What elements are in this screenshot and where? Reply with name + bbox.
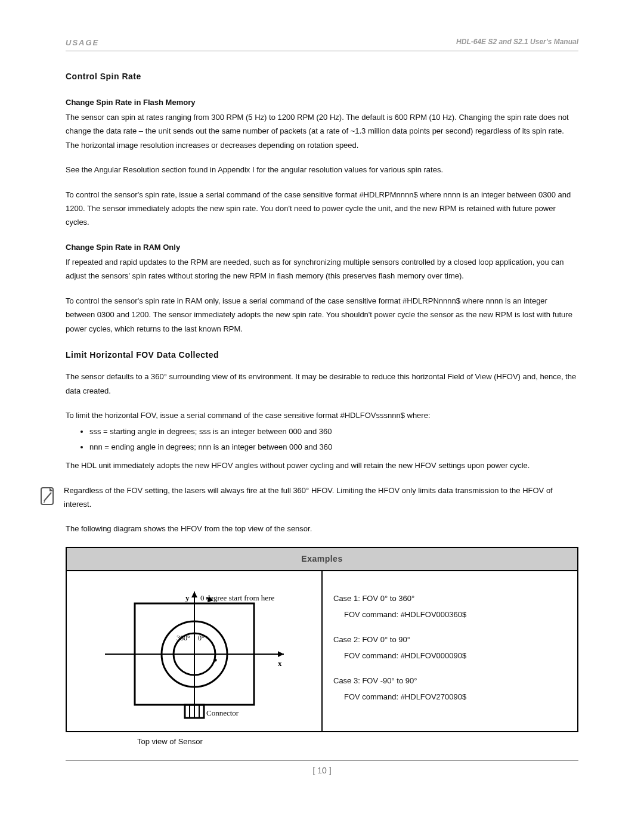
examples-table: Examples: [66, 547, 578, 732]
list-item: sss = starting angle in degrees; sss is …: [89, 425, 578, 438]
bullet-list: sss = starting angle in degrees; sss is …: [89, 425, 578, 454]
body-text: The HDL unit immediately adopts the new …: [66, 459, 578, 472]
diagram-x-label: x: [278, 659, 282, 668]
case-line: FOV command: #HDLFOV270090$: [344, 690, 566, 704]
body-text: The sensor defaults to a 360° surroundin…: [66, 370, 578, 398]
header-section-label: USAGE: [66, 36, 99, 49]
body-text: See the Angular Resolution section found…: [66, 163, 578, 176]
case-line: FOV command: #HDLFOV000090$: [344, 649, 566, 662]
diagram-start-label: 0 degree start from here: [200, 593, 274, 602]
diagram-0-label: 0°: [198, 634, 205, 642]
diagram-y-label: y: [185, 593, 190, 602]
section-limit-hfov: Limit Horizontal FOV Data Collected: [66, 348, 578, 363]
body-text: The following diagram shows the HFOV fro…: [66, 522, 578, 535]
diagram-cell: y 0 degree start from here 360° 0° x Con…: [66, 571, 322, 732]
body-text: If repeated and rapid updates to the RPM…: [66, 255, 578, 283]
header-manual-title: HDL-64E S2 and S2.1 User's Manual: [456, 36, 578, 49]
page-number: [ 10 ]: [66, 760, 578, 778]
table-header-examples: Examples: [66, 547, 578, 571]
body-text: To control the sensor's spin rate, issue…: [66, 188, 578, 230]
sub-flash-memory: Change Spin Rate in Flash Memory: [66, 95, 578, 109]
case-line: FOV command: #HDLFOV000360$: [344, 608, 566, 621]
case-line: Case 2: FOV 0° to 90°: [333, 633, 566, 646]
svg-point-4: [213, 658, 216, 661]
body-text: The sensor can spin at rates ranging fro…: [66, 110, 578, 152]
note-row: Regardless of the FOV setting, the laser…: [66, 484, 578, 512]
svg-marker-8: [191, 592, 197, 597]
sensor-top-view-diagram: y 0 degree start from here 360° 0° x Con…: [93, 580, 296, 723]
running-header: USAGE HDL-64E S2 and S2.1 User's Manual: [66, 36, 578, 51]
sub-ram-only: Change Spin Rate in RAM Only: [66, 240, 578, 254]
case-line: Case 1: FOV 0° to 360°: [333, 592, 566, 605]
section-control-spin-rate: Control Spin Rate: [66, 69, 578, 84]
examples-cases-cell: Case 1: FOV 0° to 360° FOV command: #HDL…: [322, 571, 578, 732]
body-text: To control the sensor's spin rate in RAM…: [66, 294, 578, 336]
diagram-360-label: 360°: [177, 634, 190, 642]
svg-marker-7: [278, 651, 284, 657]
body-text: To limit the horizontal FOV, issue a ser…: [66, 408, 578, 422]
note-icon: [39, 486, 57, 507]
note-text: Regardless of the FOV setting, the laser…: [64, 484, 578, 512]
diagram-caption: Top view of Sensor: [137, 735, 578, 748]
diagram-connector-label: Connector: [206, 708, 239, 717]
case-line: Case 3: FOV -90° to 90°: [333, 674, 566, 688]
list-item: nnn = ending angle in degrees; nnn is an…: [89, 440, 578, 454]
